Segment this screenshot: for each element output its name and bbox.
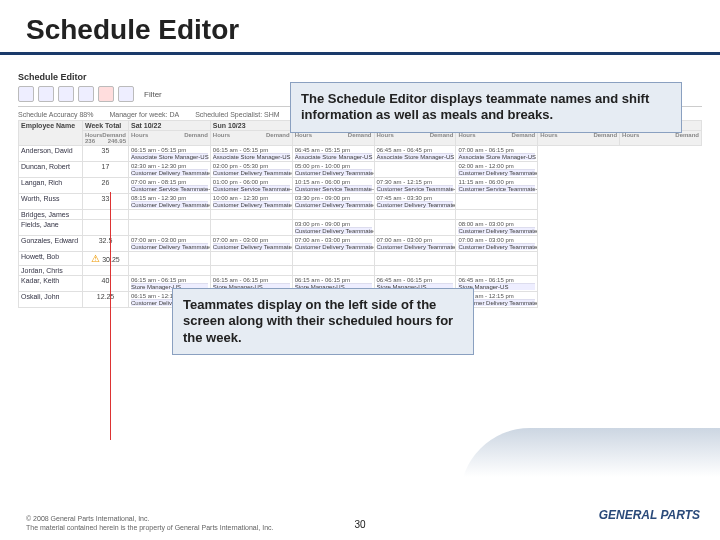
shift-cell-empty[interactable]	[292, 210, 374, 220]
shift-cell-empty[interactable]	[292, 266, 374, 276]
decorative-swoosh	[460, 428, 720, 498]
col-day-sub: HoursDemand	[456, 131, 538, 146]
toolbar-btn-1[interactable]	[18, 86, 34, 102]
shift-cell-empty[interactable]	[210, 210, 292, 220]
employee-hours: 32.5	[83, 236, 129, 252]
employee-hours	[83, 266, 129, 276]
shift-cell[interactable]: 08:15 am - 12:30 pmCustomer Delivery Tea…	[129, 194, 211, 210]
shift-cell[interactable]: 03:00 pm - 09:00 pmCustomer Delivery Tea…	[292, 220, 374, 236]
toolbar-btn-delete[interactable]	[98, 86, 114, 102]
shift-cell-empty[interactable]	[456, 266, 538, 276]
table-row[interactable]: Anderson, David3506:15 am - 05:15 pmAsso…	[19, 146, 702, 162]
toolbar-btn-2[interactable]	[38, 86, 54, 102]
employee-name[interactable]: Fields, Jane	[19, 220, 83, 236]
shift-cell[interactable]: 01:00 pm - 06:00 pmCustomer Service Team…	[210, 178, 292, 194]
shift-cell[interactable]: 02:30 am - 12:30 pmCustomer Delivery Tea…	[129, 162, 211, 178]
table-row[interactable]: Bridges, James	[19, 210, 702, 220]
table-row[interactable]: Fields, Jane03:00 pm - 09:00 pmCustomer …	[19, 220, 702, 236]
shift-cell[interactable]: 02:00 am - 12:00 pmCustomer Delivery Tea…	[456, 162, 538, 178]
shift-cell-empty[interactable]	[374, 266, 456, 276]
shift-cell-empty[interactable]	[129, 266, 211, 276]
callout-mid: Teammates display on the left side of th…	[172, 288, 474, 355]
shift-cell[interactable]: 07:00 am - 03:00 pmCustomer Delivery Tea…	[129, 236, 211, 252]
employee-name[interactable]: Gonzales, Edward	[19, 236, 83, 252]
shift-cell-empty[interactable]	[210, 252, 292, 266]
col-day-sub: HoursDemand	[538, 131, 620, 146]
col-day: Sat 10/22	[129, 121, 211, 131]
table-row[interactable]: Langan, Rich2607:00 am - 08:15 pmCustome…	[19, 178, 702, 194]
table-row[interactable]: Gonzales, Edward32.507:00 am - 03:00 pmC…	[19, 236, 702, 252]
shift-cell-empty[interactable]	[292, 252, 374, 266]
page-number: 30	[354, 519, 365, 530]
shift-cell[interactable]: 07:30 am - 12:15 pmCustomer Service Team…	[374, 178, 456, 194]
col-week-sub: HoursDemand236246.95	[83, 131, 129, 146]
table-row[interactable]: Worth, Russ3308:15 am - 12:30 pmCustomer…	[19, 194, 702, 210]
shift-cell-empty[interactable]	[374, 252, 456, 266]
col-day-sub: HoursDemand	[620, 131, 702, 146]
shift-cell-empty[interactable]	[456, 210, 538, 220]
shift-cell[interactable]: 07:00 am - 03:00 pmCustomer Delivery Tea…	[292, 236, 374, 252]
employee-name[interactable]: Worth, Russ	[19, 194, 83, 210]
shift-cell[interactable]: 07:00 am - 03:00 pmCustomer Delivery Tea…	[374, 236, 456, 252]
shift-cell[interactable]: 10:15 am - 06:00 pmCustomer Service Team…	[292, 178, 374, 194]
shift-cell[interactable]: 03:30 pm - 09:00 pmCustomer Delivery Tea…	[292, 194, 374, 210]
slide-title: Schedule Editor	[0, 0, 720, 55]
shift-cell-empty[interactable]	[374, 220, 456, 236]
col-week-total: Week Total	[83, 121, 129, 131]
shift-cell[interactable]: 06:15 am - 05:15 pmAssociate Store Manag…	[129, 146, 211, 162]
annotation-line	[110, 192, 111, 440]
shift-cell[interactable]: 06:45 am - 05:15 pmAssociate Store Manag…	[292, 146, 374, 162]
shift-cell-empty[interactable]	[129, 210, 211, 220]
employee-name[interactable]: Langan, Rich	[19, 178, 83, 194]
employee-name[interactable]: Bridges, James	[19, 210, 83, 220]
shift-cell-empty[interactable]	[129, 220, 211, 236]
employee-name[interactable]: Jordan, Chris	[19, 266, 83, 276]
table-row[interactable]: Duncan, Robert1702:30 am - 12:30 pmCusto…	[19, 162, 702, 178]
shift-cell[interactable]: 02:00 pm - 05:30 pmCustomer Delivery Tea…	[210, 162, 292, 178]
logo: GENERAL PARTS	[599, 508, 700, 522]
shift-cell-empty[interactable]	[456, 194, 538, 210]
employee-hours	[83, 210, 129, 220]
shift-cell[interactable]: 06:15 am - 05:15 pmAssociate Store Manag…	[210, 146, 292, 162]
employee-hours: 33	[83, 194, 129, 210]
employee-hours	[83, 220, 129, 236]
table-row[interactable]: Howett, Bob⚠ 30.25	[19, 252, 702, 266]
col-day: Sun 10/23	[210, 121, 292, 131]
col-day-sub: HoursDemand	[210, 131, 292, 146]
table-row[interactable]: Jordan, Chris	[19, 266, 702, 276]
schedule-table: Employee NameWeek TotalSat 10/22Sun 10/2…	[18, 120, 702, 308]
scheduled-specialist: Scheduled Specialist: SHM	[195, 111, 279, 118]
employee-name[interactable]: Kadar, Keith	[19, 276, 83, 292]
employee-name[interactable]: Howett, Bob	[19, 252, 83, 266]
shift-cell-empty[interactable]	[456, 252, 538, 266]
shift-cell[interactable]: 06:45 am - 06:45 pmAssociate Store Manag…	[374, 146, 456, 162]
filter-label[interactable]: Filter	[138, 90, 162, 99]
employee-name[interactable]: Duncan, Robert	[19, 162, 83, 178]
shift-cell[interactable]: 11:15 am - 06:00 pmCustomer Service Team…	[456, 178, 538, 194]
col-day-sub: HoursDemand	[292, 131, 374, 146]
shift-cell[interactable]: 07:00 am - 08:15 pmCustomer Service Team…	[129, 178, 211, 194]
toolbar-btn-3[interactable]	[58, 86, 74, 102]
employee-name[interactable]: Anderson, David	[19, 146, 83, 162]
toolbar-btn-4[interactable]	[78, 86, 94, 102]
shift-cell-empty[interactable]	[210, 266, 292, 276]
shift-cell-empty[interactable]	[374, 162, 456, 178]
employee-name[interactable]: Oskali, John	[19, 292, 83, 308]
shift-cell-empty[interactable]	[210, 220, 292, 236]
shift-cell[interactable]: 10:00 am - 12:30 pmCustomer Delivery Tea…	[210, 194, 292, 210]
employee-hours: 40	[83, 276, 129, 292]
shift-cell-empty[interactable]	[129, 252, 211, 266]
shift-cell[interactable]: 07:00 am - 03:00 pmCustomer Delivery Tea…	[456, 236, 538, 252]
shift-cell[interactable]: 07:45 am - 03:30 pmCustomer Delivery Tea…	[374, 194, 456, 210]
employee-hours: 26	[83, 178, 129, 194]
shift-cell[interactable]: 05:00 pm - 10:00 pmCustomer Delivery Tea…	[292, 162, 374, 178]
shift-cell[interactable]: 07:00 am - 06:15 pmAssociate Store Manag…	[456, 146, 538, 162]
employee-hours: 17	[83, 162, 129, 178]
shift-cell[interactable]: 07:00 am - 03:00 pmCustomer Delivery Tea…	[210, 236, 292, 252]
shift-cell[interactable]: 08:00 am - 03:00 pmCustomer Delivery Tea…	[456, 220, 538, 236]
employee-hours: 35	[83, 146, 129, 162]
warning-icon: ⚠	[91, 253, 100, 264]
toolbar-btn-6[interactable]	[118, 86, 134, 102]
shift-cell-empty[interactable]	[374, 210, 456, 220]
col-day-sub: HoursDemand	[374, 131, 456, 146]
